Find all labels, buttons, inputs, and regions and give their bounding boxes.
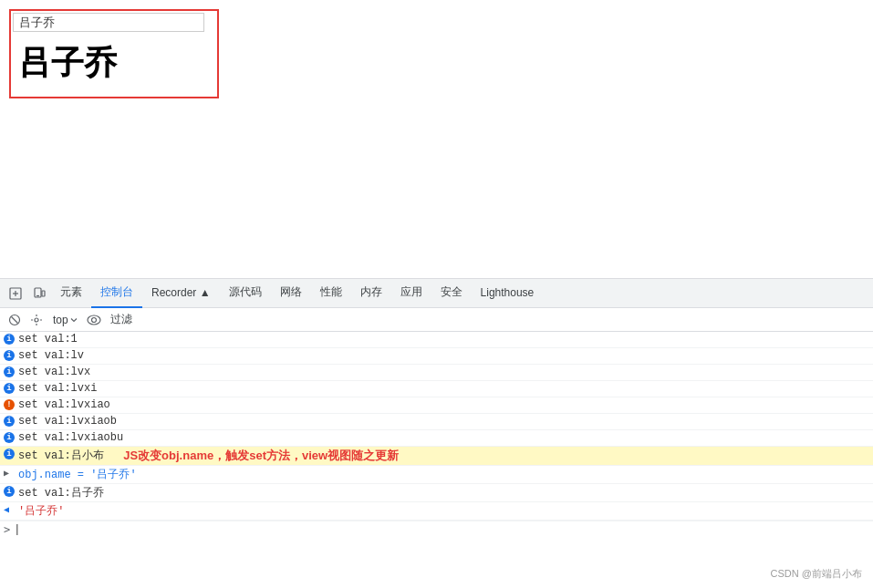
console-line: ! set val:lvxiao [0, 397, 873, 414]
console-text: set val:吕小布 [18, 448, 123, 463]
name-input[interactable] [13, 13, 204, 32]
console-text: set val:1 [18, 333, 78, 346]
input-wrapper: 吕子乔 [9, 9, 219, 98]
inspect-icon[interactable] [5, 283, 26, 304]
info-icon: i [4, 334, 15, 345]
info-icon: i [4, 432, 15, 443]
info-icon: i [4, 366, 15, 377]
tab-sources[interactable]: 源代码 [220, 279, 271, 308]
devtools-panel: 元素 控制台 Recorder ▲ 源代码 网络 性能 内存 应用 安全 Lig… [0, 278, 873, 588]
console-line: i set val:lv [0, 348, 873, 365]
console-output: i set val:1 i set val:lv i set val:lvx i… [0, 332, 873, 588]
warning-icon: ! [4, 399, 15, 410]
svg-point-8 [35, 318, 38, 322]
tab-console[interactable]: 控制台 [91, 279, 142, 308]
context-label: top [53, 314, 68, 326]
info-icon: i [4, 416, 15, 427]
info-icon: i [4, 449, 15, 459]
console-line: i set val:吕子乔 [0, 484, 873, 502]
cursor-indicator[interactable]: | [14, 523, 20, 536]
console-line: i set val:lvxi [0, 381, 873, 397]
console-text: set val:lvxiaob [18, 415, 117, 428]
console-line-highlighted: i set val:吕小布 JS改变obj.name，触发set方法，view视… [0, 447, 873, 466]
arrow-right-icon: ▶ [4, 468, 9, 479]
settings-icon[interactable] [27, 311, 46, 329]
console-text: set val:lvxiaobu [18, 431, 123, 444]
console-input-line: > | [0, 521, 873, 538]
arrow-left-icon: ◀ [4, 504, 9, 515]
info-icon: i [4, 486, 15, 497]
console-input-entry: ▶ obj.name = '吕子乔' [0, 466, 873, 484]
eye-icon[interactable] [85, 311, 103, 329]
console-text: set val:lvxi [18, 382, 97, 395]
console-line: i set val:1 [0, 332, 873, 348]
console-line: i set val:lvxiaob [0, 414, 873, 430]
console-text: set val:lv [18, 349, 84, 362]
console-line: i set val:lvx [0, 365, 873, 381]
info-icon: i [4, 383, 15, 394]
info-icon: i [4, 350, 15, 361]
console-text: set val:lvx [18, 366, 90, 378]
tab-recorder[interactable]: Recorder ▲ [142, 279, 220, 308]
filter-label[interactable]: 过滤 [107, 310, 136, 329]
watermark: CSDN @前端吕小布 [771, 567, 862, 581]
console-text: obj.name = '吕子乔' [18, 467, 137, 482]
device-icon[interactable] [28, 283, 50, 304]
context-selector[interactable]: top [49, 312, 81, 328]
devtools-tabbar: 元素 控制台 Recorder ▲ 源代码 网络 性能 内存 应用 安全 Lig… [0, 279, 873, 308]
tab-memory[interactable]: 内存 [351, 279, 391, 308]
tab-performance[interactable]: 性能 [311, 279, 351, 308]
console-line-string: ◀ '吕子乔' [0, 502, 873, 521]
console-text: set val:lvxiao [18, 398, 110, 411]
console-line: i set val:lvxiaobu [0, 430, 873, 447]
tab-security[interactable]: 安全 [431, 279, 472, 308]
console-prompt: > [4, 523, 10, 536]
console-toolbar: top 过滤 [0, 308, 873, 332]
tab-application[interactable]: 应用 [391, 279, 431, 308]
tab-network[interactable]: 网络 [271, 279, 311, 308]
console-text: '吕子乔' [18, 503, 64, 519]
tab-lighthouse[interactable]: Lighthouse [472, 279, 544, 308]
display-name: 吕子乔 [13, 32, 215, 95]
preview-area: 吕子乔 [0, 0, 873, 278]
svg-line-7 [12, 316, 18, 323]
svg-point-13 [88, 315, 100, 325]
chevron-down-icon [70, 316, 78, 324]
console-text: set val:吕子乔 [18, 485, 104, 500]
svg-point-14 [91, 317, 96, 322]
svg-rect-4 [42, 291, 45, 296]
comment-text: JS改变obj.name，触发set方法，view视图随之更新 [123, 448, 399, 464]
clear-console-icon[interactable] [5, 311, 24, 329]
tab-elements[interactable]: 元素 [51, 279, 91, 308]
